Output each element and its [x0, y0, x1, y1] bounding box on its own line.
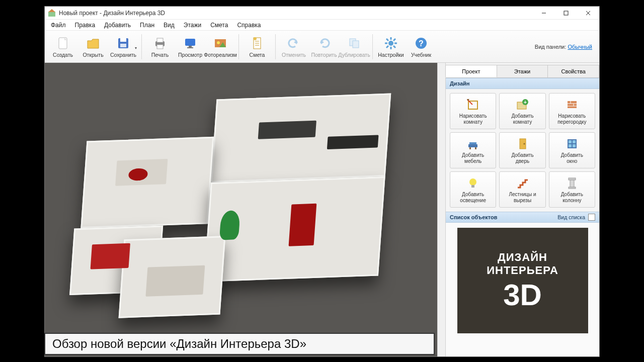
design-add-door[interactable]: Добавить дверь [499, 132, 545, 168]
tab-проект[interactable]: Проект [445, 65, 497, 77]
svg-text:+: + [524, 100, 527, 105]
save-icon [116, 36, 131, 51]
maximize-button[interactable] [555, 7, 577, 20]
svg-point-29 [388, 41, 393, 46]
svg-rect-52 [469, 147, 471, 149]
undo-icon [286, 36, 301, 51]
menu-справка[interactable]: Справка [233, 21, 265, 30]
svg-rect-15 [189, 46, 192, 47]
add-light-icon [466, 176, 480, 190]
tool-смета[interactable]: Смета [242, 32, 272, 61]
design-add-furniture[interactable]: Добавить мебель [450, 132, 496, 168]
svg-rect-53 [475, 147, 476, 149]
menu-файл[interactable]: Файл [47, 21, 70, 30]
promo-area: ДИЗАЙН ИНТЕРЬЕРА 3D [446, 223, 599, 338]
design-add-room[interactable]: +Добавить комнату [499, 93, 545, 129]
monitor-icon [183, 36, 198, 51]
menu-план[interactable]: План [136, 21, 158, 30]
tool-открыть[interactable]: Открыть [78, 32, 108, 61]
svg-rect-14 [185, 39, 195, 46]
design-draw-wall[interactable]: Нарисовать перегородку [549, 93, 595, 129]
svg-rect-63 [569, 187, 576, 189]
photoreal-icon [213, 36, 228, 51]
design-stairs[interactable]: Лестницы и вырезы [499, 171, 545, 208]
object-list-viewmode[interactable]: Вид списка [557, 214, 585, 220]
svg-point-55 [524, 143, 525, 145]
tool-создать[interactable]: Создать [48, 32, 78, 61]
svg-rect-10 [120, 44, 126, 47]
svg-rect-46 [568, 101, 577, 108]
viewport-scrollbar[interactable] [437, 63, 445, 356]
svg-point-18 [217, 41, 220, 44]
svg-line-34 [386, 39, 388, 41]
svg-rect-51 [468, 144, 477, 147]
design-add-light[interactable]: Добавить освещение [450, 171, 496, 208]
svg-text:?: ? [419, 39, 424, 48]
floorplan-render [60, 83, 422, 336]
tool-сохранить[interactable]: Сохранить▾ [108, 32, 138, 61]
add-door-icon [515, 137, 529, 151]
add-furniture-icon [466, 137, 480, 151]
estimate-icon [250, 36, 265, 51]
window-title: Новый проект - Дизайн Интерьера 3D [59, 10, 533, 17]
design-add-window[interactable]: Добавить окно [549, 132, 595, 168]
minimize-button[interactable] [533, 7, 555, 20]
menu-смета[interactable]: Смета [206, 21, 232, 30]
menu-правка[interactable]: Правка [71, 21, 100, 30]
svg-marker-1 [48, 9, 55, 12]
draw-wall-icon [565, 98, 579, 112]
design-tools-grid: Нарисовать комнату+Добавить комнатуНарис… [446, 89, 599, 212]
toolbar-panel-mode: Вид панели: Обычный [535, 44, 596, 50]
video-caption: Обзор новой версии «Дизайн Интерьера 3D» [44, 333, 435, 355]
promo-banner: ДИЗАЙН ИНТЕРЬЕРА 3D [457, 228, 588, 333]
svg-rect-60 [471, 185, 474, 188]
menu-добавить[interactable]: Добавить [100, 21, 135, 30]
add-window-icon [565, 137, 579, 151]
draw-room-icon [466, 98, 480, 112]
tab-свойства[interactable]: Свойства [547, 65, 599, 77]
svg-line-36 [386, 46, 388, 48]
help-icon: ? [414, 36, 429, 51]
design-draw-room[interactable]: Нарисовать комнату [450, 93, 496, 129]
3d-viewport[interactable] [45, 63, 437, 356]
menu-вид[interactable]: Вид [159, 21, 179, 30]
svg-point-59 [469, 178, 476, 186]
app-window: Новый проект - Дизайн Интерьера 3D ФайлП… [44, 6, 600, 357]
redo-icon [316, 36, 332, 51]
chevron-down-icon: ▾ [135, 46, 137, 50]
tool-настройки[interactable]: Настройки [376, 32, 406, 61]
tool-фотореализм[interactable]: Фотореализм [205, 32, 235, 61]
tool-просмотр[interactable]: Просмотр [175, 32, 205, 61]
duplicate-icon [347, 36, 362, 51]
menu-этажи[interactable]: Этажи [180, 21, 205, 30]
list-view-icon[interactable] [588, 214, 595, 221]
add-column-icon [565, 176, 579, 190]
toolbar: СоздатьОткрытьСохранить▾ПечатьПросмотрФо… [45, 31, 599, 63]
tool-повторить: Повторить [309, 32, 339, 61]
menubar: ФайлПравкаДобавитьПланВидЭтажиСметаСправ… [45, 20, 599, 31]
print-icon [152, 36, 168, 51]
open-folder-icon [86, 36, 101, 51]
close-button[interactable] [577, 7, 599, 20]
svg-rect-9 [120, 38, 126, 42]
svg-rect-28 [353, 41, 359, 48]
svg-rect-62 [569, 178, 576, 180]
new-file-icon [55, 36, 70, 51]
design-add-column[interactable]: Добавить колонну [549, 171, 595, 208]
app-icon [48, 9, 56, 17]
svg-rect-3 [564, 11, 568, 15]
add-room-icon: + [515, 98, 529, 112]
tool-учебник[interactable]: ?Учебник [406, 32, 436, 61]
tool-отменить: Отменить [279, 32, 309, 61]
svg-line-35 [393, 46, 395, 48]
tab-этажи[interactable]: Этажи [497, 65, 548, 77]
settings-icon [383, 36, 398, 51]
panel-mode-link[interactable]: Обычный [568, 44, 592, 50]
main-area: ПроектЭтажиСвойства Дизайн Нарисовать ко… [45, 63, 599, 356]
objects-section-header: Список объектов Вид списка [446, 212, 599, 223]
svg-line-37 [393, 39, 395, 41]
svg-rect-16 [187, 47, 193, 48]
stairs-icon [515, 176, 529, 190]
svg-rect-0 [48, 12, 55, 17]
tool-печать[interactable]: Печать [145, 32, 175, 61]
